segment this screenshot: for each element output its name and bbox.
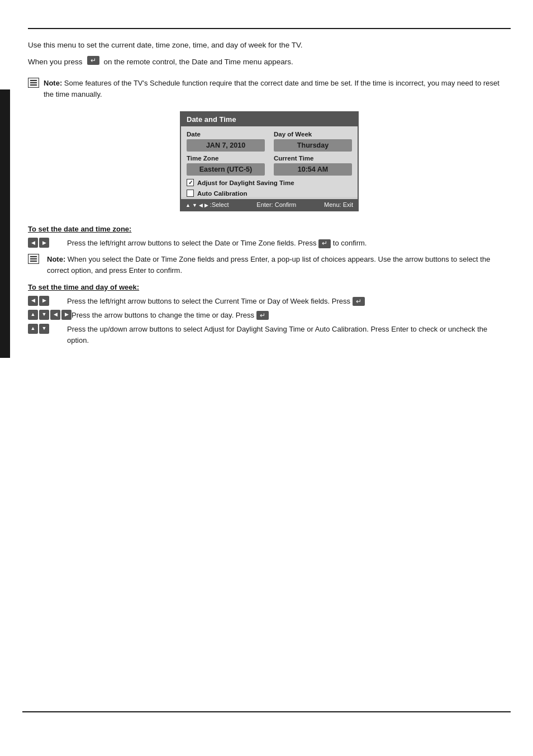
intro-para2-text: When you press [28, 56, 83, 68]
footer-exit-text: Menu: Exit [324, 201, 353, 208]
note-text-1: Note: Some features of the TV's Schedule… [44, 78, 511, 100]
right-arrow-icon-s2: ▶ [39, 296, 49, 306]
dialog-row-2: Time Zone Eastern (UTC-5) Current Time 1… [187, 155, 352, 176]
down-arrow-icon-s2c: ▼ [39, 324, 49, 334]
dialog-footer: :Select Enter: Confirm Menu: Exit [181, 199, 358, 210]
enter-icon-s2b [256, 311, 269, 320]
dialog-dow-label: Day of Week [274, 131, 352, 138]
section2-step1-text: Press the left/right arrow buttons to se… [67, 296, 365, 307]
dialog-time-col: Current Time 10:54 AM [274, 155, 352, 176]
section1-step1-text: Press the left/right arrow buttons to se… [67, 238, 367, 249]
dialog-dow-col: Day of Week Thursday [274, 131, 352, 152]
checkbox-row-2[interactable]: Auto Calibration [187, 190, 352, 197]
intro-para2b-text: on the remote control, the Date and Time… [104, 56, 293, 68]
footer-confirm-text: Enter: Confirm [256, 201, 296, 208]
section2-step1: ◀ ▶ Press the left/right arrow buttons t… [28, 296, 511, 307]
checkbox-dst-label: Adjust for Daylight Saving Time [197, 179, 294, 186]
section2-step3-text: Press the up/down arrow buttons to selec… [67, 324, 511, 346]
dialog-tz-label: Time Zone [187, 155, 265, 162]
checkbox-auto-label: Auto Calibration [197, 190, 247, 197]
up-arrow-icon-s2: ▲ [28, 310, 38, 320]
bottom-rule [22, 711, 511, 712]
dialog-title: Date and Time [181, 112, 358, 126]
right-arrow-icon-s2b: ▶ [61, 310, 72, 320]
dialog-date-value: JAN 7, 2010 [187, 139, 265, 152]
checkbox-row-1[interactable]: Adjust for Daylight Saving Time [187, 179, 352, 186]
arrow-left-icon [199, 201, 203, 208]
arrow-down-icon [192, 201, 197, 208]
arrow-right-icon [204, 201, 208, 208]
right-arrow-icon-s1: ▶ [39, 238, 49, 248]
section2-step2-icons: ▲ ▼ ◀ ▶ [28, 310, 72, 320]
footer-select: :Select [185, 201, 229, 208]
section2-step2: ▲ ▼ ◀ ▶ Press the arrow buttons to chang… [28, 310, 511, 321]
section2-step3-icons: ▲ ▼ [28, 324, 67, 334]
enter-icon-intro [87, 56, 99, 65]
intro-para2-block: When you press on the remote control, th… [28, 56, 511, 73]
up-arrow-icon-s2c: ▲ [28, 324, 38, 334]
footer-select-text: :Select [210, 201, 229, 208]
arrow-up-icon [185, 201, 191, 208]
left-arrow-icon-s2: ◀ [28, 296, 38, 306]
left-arrow-icon-s1: ◀ [28, 238, 38, 248]
left-arrow-icon-s2b: ◀ [50, 310, 60, 320]
section2-step3: ▲ ▼ Press the up/down arrow buttons to s… [28, 324, 511, 346]
left-bar [0, 89, 10, 358]
dialog-container: Date and Time Date JAN 7, 2010 Day of We… [28, 111, 511, 211]
intro-para1: Use this menu to set the current date, t… [28, 39, 511, 51]
note-block-2: Note: When you select the Date or Time Z… [28, 254, 511, 276]
section2-step1-icons: ◀ ▶ [28, 296, 67, 306]
dialog-tz-value: Eastern (UTC-5) [187, 163, 265, 176]
dialog-date-label: Date [187, 131, 265, 138]
section1-label: To set the date and time zone: [28, 225, 511, 233]
section1-step1-icons: ◀ ▶ [28, 238, 67, 248]
dialog-time-value: 10:54 AM [274, 163, 352, 176]
note-icon-2 [28, 254, 40, 266]
date-time-dialog: Date and Time Date JAN 7, 2010 Day of We… [180, 111, 359, 211]
note-text-2: Note: When you select the Date or Time Z… [47, 254, 511, 276]
checkbox-dst[interactable] [187, 179, 194, 186]
note-icon-1 [28, 78, 40, 90]
dialog-dow-value: Thursday [274, 139, 352, 152]
section1-step1: ◀ ▶ Press the left/right arrow buttons t… [28, 238, 511, 249]
section2-label: To set the time and day of week: [28, 283, 511, 291]
enter-icon-s1 [318, 239, 331, 248]
section2-step2-text: Press the arrow buttons to change the ti… [72, 310, 269, 321]
top-rule [28, 28, 511, 29]
note-block-1: Note: Some features of the TV's Schedule… [28, 78, 511, 100]
dialog-time-label: Current Time [274, 155, 352, 162]
dialog-tz-col: Time Zone Eastern (UTC-5) [187, 155, 265, 176]
enter-icon-s2a [353, 297, 365, 306]
dialog-date-col: Date JAN 7, 2010 [187, 131, 265, 152]
checkbox-auto[interactable] [187, 190, 194, 197]
down-arrow-icon-s2b: ▼ [39, 310, 49, 320]
dialog-row-1: Date JAN 7, 2010 Day of Week Thursday [187, 131, 352, 152]
